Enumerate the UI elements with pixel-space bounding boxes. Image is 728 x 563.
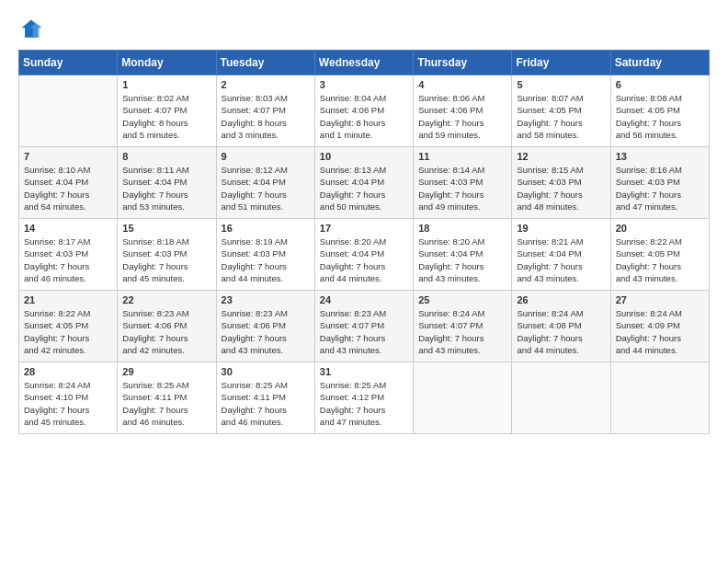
- week-row-5: 28Sunrise: 8:24 AMSunset: 4:10 PMDayligh…: [19, 362, 710, 434]
- calendar-cell: 30Sunrise: 8:25 AMSunset: 4:11 PMDayligh…: [216, 362, 314, 434]
- calendar-header: SundayMondayTuesdayWednesdayThursdayFrid…: [19, 51, 710, 75]
- day-number: 30: [222, 366, 310, 377]
- calendar-cell: 25Sunrise: 8:24 AMSunset: 4:07 PMDayligh…: [414, 291, 512, 362]
- calendar-cell: 11Sunrise: 8:14 AMSunset: 4:03 PMDayligh…: [414, 147, 512, 219]
- calendar-cell: 10Sunrise: 8:13 AMSunset: 4:04 PMDayligh…: [314, 147, 413, 219]
- calendar-cell: 5Sunrise: 8:07 AMSunset: 4:05 PMDaylight…: [512, 75, 610, 147]
- day-number: 31: [320, 366, 408, 377]
- day-number: 27: [616, 294, 704, 305]
- calendar-cell: 9Sunrise: 8:12 AMSunset: 4:04 PMDaylight…: [216, 147, 314, 219]
- day-info: Sunrise: 8:21 AMSunset: 4:04 PMDaylight:…: [517, 236, 605, 284]
- calendar-cell: [414, 362, 512, 434]
- header-day-monday: Monday: [118, 51, 216, 75]
- day-number: 2: [222, 79, 310, 90]
- day-number: 1: [122, 79, 210, 90]
- calendar-cell: 15Sunrise: 8:18 AMSunset: 4:03 PMDayligh…: [118, 219, 216, 291]
- calendar-cell: 26Sunrise: 8:24 AMSunset: 4:08 PMDayligh…: [512, 291, 610, 362]
- calendar-cell: [512, 362, 610, 434]
- calendar-cell: 27Sunrise: 8:24 AMSunset: 4:09 PMDayligh…: [610, 291, 709, 362]
- calendar-cell: 18Sunrise: 8:20 AMSunset: 4:04 PMDayligh…: [414, 219, 512, 291]
- day-info: Sunrise: 8:06 AMSunset: 4:06 PMDaylight:…: [418, 92, 506, 141]
- day-number: 12: [517, 151, 605, 162]
- day-info: Sunrise: 8:22 AMSunset: 4:05 PMDaylight:…: [616, 236, 704, 284]
- header-day-thursday: Thursday: [414, 51, 512, 75]
- calendar-cell: 2Sunrise: 8:03 AMSunset: 4:07 PMDaylight…: [216, 75, 314, 147]
- day-info: Sunrise: 8:24 AMSunset: 4:08 PMDaylight:…: [517, 307, 605, 356]
- day-number: 3: [320, 79, 408, 90]
- calendar-body: 1Sunrise: 8:02 AMSunset: 4:07 PMDaylight…: [19, 75, 710, 434]
- day-info: Sunrise: 8:23 AMSunset: 4:06 PMDaylight:…: [222, 307, 310, 356]
- day-info: Sunrise: 8:22 AMSunset: 4:05 PMDaylight:…: [24, 307, 112, 356]
- calendar-cell: 22Sunrise: 8:23 AMSunset: 4:06 PMDayligh…: [118, 291, 216, 362]
- day-number: 24: [320, 294, 408, 305]
- calendar-cell: 14Sunrise: 8:17 AMSunset: 4:03 PMDayligh…: [19, 219, 118, 291]
- calendar-cell: 4Sunrise: 8:06 AMSunset: 4:06 PMDaylight…: [414, 75, 512, 147]
- day-number: 22: [122, 294, 210, 305]
- day-info: Sunrise: 8:23 AMSunset: 4:07 PMDaylight:…: [320, 307, 408, 356]
- calendar-cell: 20Sunrise: 8:22 AMSunset: 4:05 PMDayligh…: [610, 219, 709, 291]
- main-container: SundayMondayTuesdayWednesdayThursdayFrid…: [0, 0, 728, 443]
- day-number: 25: [418, 294, 506, 305]
- header-row: SundayMondayTuesdayWednesdayThursdayFrid…: [19, 51, 710, 75]
- day-number: 28: [24, 366, 112, 377]
- day-info: Sunrise: 8:11 AMSunset: 4:04 PMDaylight:…: [122, 164, 210, 213]
- day-number: 8: [122, 151, 210, 162]
- day-info: Sunrise: 8:24 AMSunset: 4:07 PMDaylight:…: [418, 307, 506, 356]
- calendar-cell: [610, 362, 709, 434]
- day-number: 23: [222, 294, 310, 305]
- day-info: Sunrise: 8:23 AMSunset: 4:06 PMDaylight:…: [122, 307, 210, 356]
- day-number: 16: [222, 223, 310, 234]
- calendar-cell: 16Sunrise: 8:19 AMSunset: 4:03 PMDayligh…: [216, 219, 314, 291]
- day-number: 15: [122, 223, 210, 234]
- week-row-2: 7Sunrise: 8:10 AMSunset: 4:04 PMDaylight…: [19, 147, 710, 219]
- week-row-3: 14Sunrise: 8:17 AMSunset: 4:03 PMDayligh…: [19, 219, 710, 291]
- calendar-cell: 7Sunrise: 8:10 AMSunset: 4:04 PMDaylight…: [19, 147, 118, 219]
- day-number: 20: [616, 223, 704, 234]
- day-info: Sunrise: 8:14 AMSunset: 4:03 PMDaylight:…: [418, 164, 506, 213]
- day-info: Sunrise: 8:08 AMSunset: 4:05 PMDaylight:…: [616, 92, 704, 141]
- day-info: Sunrise: 8:18 AMSunset: 4:03 PMDaylight:…: [122, 236, 210, 284]
- calendar-cell: 24Sunrise: 8:23 AMSunset: 4:07 PMDayligh…: [314, 291, 413, 362]
- day-number: 13: [616, 151, 704, 162]
- calendar-cell: 19Sunrise: 8:21 AMSunset: 4:04 PMDayligh…: [512, 219, 610, 291]
- day-info: Sunrise: 8:15 AMSunset: 4:03 PMDaylight:…: [517, 164, 605, 213]
- day-number: 19: [517, 223, 605, 234]
- day-info: Sunrise: 8:25 AMSunset: 4:11 PMDaylight:…: [122, 379, 210, 428]
- header-day-wednesday: Wednesday: [314, 51, 413, 75]
- day-number: 6: [616, 79, 704, 90]
- day-info: Sunrise: 8:24 AMSunset: 4:10 PMDaylight:…: [24, 379, 112, 428]
- day-number: 5: [517, 79, 605, 90]
- calendar-cell: [19, 75, 118, 147]
- day-number: 21: [24, 294, 112, 305]
- calendar-cell: 12Sunrise: 8:15 AMSunset: 4:03 PMDayligh…: [512, 147, 610, 219]
- calendar-table: SundayMondayTuesdayWednesdayThursdayFrid…: [18, 50, 710, 434]
- calendar-cell: 3Sunrise: 8:04 AMSunset: 4:06 PMDaylight…: [314, 75, 413, 147]
- day-info: Sunrise: 8:07 AMSunset: 4:05 PMDaylight:…: [517, 92, 605, 141]
- header-day-saturday: Saturday: [610, 51, 709, 75]
- day-number: 14: [24, 223, 112, 234]
- day-number: 10: [320, 151, 408, 162]
- day-info: Sunrise: 8:20 AMSunset: 4:04 PMDaylight:…: [418, 236, 506, 284]
- day-number: 9: [222, 151, 310, 162]
- logo-icon: [18, 17, 44, 42]
- day-info: Sunrise: 8:13 AMSunset: 4:04 PMDaylight:…: [320, 164, 408, 213]
- day-info: Sunrise: 8:12 AMSunset: 4:04 PMDaylight:…: [222, 164, 310, 213]
- day-info: Sunrise: 8:10 AMSunset: 4:04 PMDaylight:…: [24, 164, 112, 213]
- calendar-cell: 13Sunrise: 8:16 AMSunset: 4:03 PMDayligh…: [610, 147, 709, 219]
- day-info: Sunrise: 8:17 AMSunset: 4:03 PMDaylight:…: [24, 236, 112, 284]
- calendar-cell: 29Sunrise: 8:25 AMSunset: 4:11 PMDayligh…: [118, 362, 216, 434]
- day-info: Sunrise: 8:24 AMSunset: 4:09 PMDaylight:…: [616, 307, 704, 356]
- day-number: 17: [320, 223, 408, 234]
- day-number: 29: [122, 366, 210, 377]
- header-day-friday: Friday: [512, 51, 610, 75]
- day-number: 11: [418, 151, 506, 162]
- calendar-cell: 1Sunrise: 8:02 AMSunset: 4:07 PMDaylight…: [118, 75, 216, 147]
- day-info: Sunrise: 8:19 AMSunset: 4:03 PMDaylight:…: [222, 236, 310, 284]
- day-number: 18: [418, 223, 506, 234]
- logo: [18, 17, 48, 42]
- day-info: Sunrise: 8:16 AMSunset: 4:03 PMDaylight:…: [616, 164, 704, 213]
- day-info: Sunrise: 8:20 AMSunset: 4:04 PMDaylight:…: [320, 236, 408, 284]
- day-number: 7: [24, 151, 112, 162]
- header-day-sunday: Sunday: [19, 51, 118, 75]
- day-info: Sunrise: 8:04 AMSunset: 4:06 PMDaylight:…: [320, 92, 408, 141]
